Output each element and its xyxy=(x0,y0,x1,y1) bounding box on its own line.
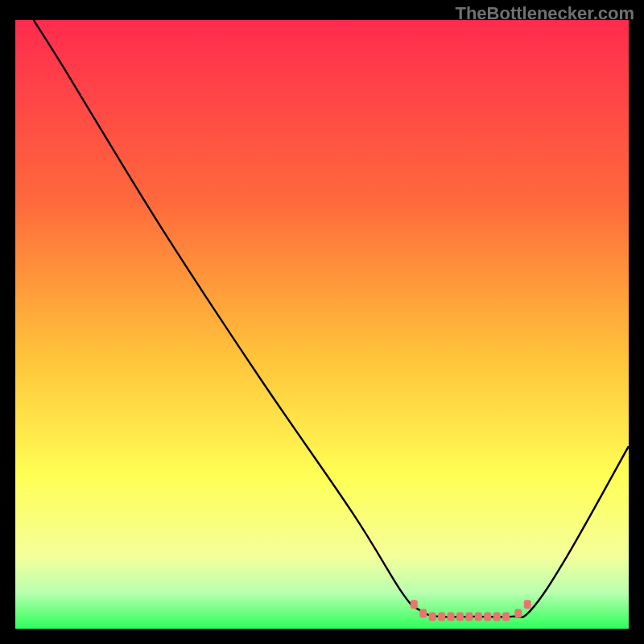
svg-rect-12 xyxy=(524,600,531,609)
svg-rect-10 xyxy=(502,612,510,621)
svg-rect-6 xyxy=(465,612,473,621)
svg-rect-9 xyxy=(493,612,501,621)
svg-rect-0 xyxy=(411,600,418,609)
chart-svg xyxy=(15,20,629,629)
svg-rect-2 xyxy=(429,612,436,621)
svg-rect-3 xyxy=(438,612,445,621)
svg-rect-7 xyxy=(475,612,482,621)
gradient-background xyxy=(15,20,629,629)
svg-rect-11 xyxy=(514,609,522,618)
svg-rect-5 xyxy=(456,612,464,621)
svg-rect-1 xyxy=(419,609,427,618)
svg-rect-8 xyxy=(484,612,491,621)
svg-rect-4 xyxy=(448,612,455,621)
watermark-text: TheBottlenecker.com xyxy=(455,3,634,24)
plot-container xyxy=(15,20,629,629)
